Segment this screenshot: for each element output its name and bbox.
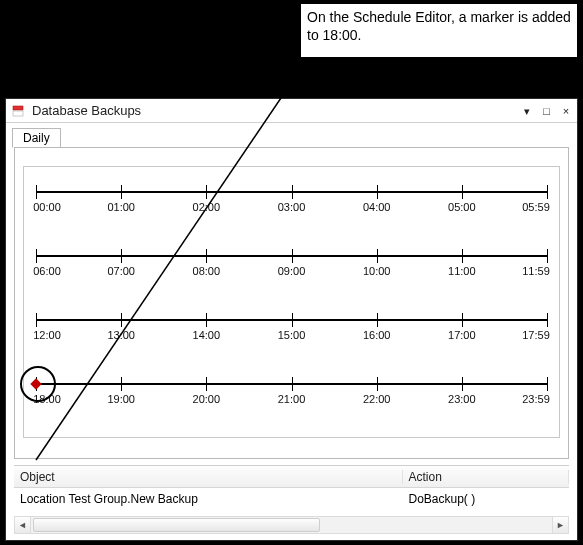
callout-box: On the Schedule Editor, a marker is adde… (300, 3, 578, 58)
tab-bar: Daily (6, 123, 577, 147)
maximize-button[interactable]: □ (540, 105, 554, 117)
timeline-tick-label: 23:00 (448, 393, 476, 405)
timeline-tick (547, 377, 548, 391)
timeline-tick (462, 249, 463, 263)
scroll-left-button[interactable]: ◄ (15, 517, 31, 533)
timeline-tick-label: 23:59 (522, 393, 550, 405)
schedule-marker[interactable] (30, 378, 41, 389)
timeline-tick (377, 377, 378, 391)
timeline-tick (36, 249, 37, 263)
timeline-tick (377, 313, 378, 327)
scroll-track[interactable] (31, 517, 552, 533)
timeline-tick-label: 04:00 (363, 201, 391, 213)
timeline-tick (121, 249, 122, 263)
timeline-row[interactable]: 12:0013:0014:0015:0016:0017:0017:59 (36, 311, 547, 347)
schedule-table: Object Action Location Test Group.New Ba… (14, 465, 569, 510)
timeline-tick (206, 185, 207, 199)
svg-rect-1 (13, 106, 23, 110)
timeline-tick (206, 249, 207, 263)
timeline-tick-label: 17:59 (522, 329, 550, 341)
timeline-row[interactable]: 06:0007:0008:0009:0010:0011:0011:59 (36, 247, 547, 283)
timeline-tick-label: 13:00 (107, 329, 135, 341)
timeline-tick-label: 20:00 (193, 393, 221, 405)
timeline-tick (547, 185, 548, 199)
schedule-editor-frame: 00:0001:0002:0003:0004:0005:0005:5906:00… (14, 147, 569, 459)
timeline-tick-label: 14:00 (193, 329, 221, 341)
timeline-tick-label: 19:00 (107, 393, 135, 405)
timeline-tick (36, 185, 37, 199)
timeline-tick (206, 313, 207, 327)
timeline-tick (36, 313, 37, 327)
timeline-tick (377, 249, 378, 263)
timeline-tick-label: 21:00 (278, 393, 306, 405)
timeline-tick-label: 16:00 (363, 329, 391, 341)
timeline-tick-label: 07:00 (107, 265, 135, 277)
timeline-tick-label: 05:00 (448, 201, 476, 213)
cell-object: Location Test Group.New Backup (14, 492, 403, 506)
timeline-tick-label: 11:59 (522, 265, 550, 277)
timeline-tick-label: 10:00 (363, 265, 391, 277)
timeline-tick (121, 185, 122, 199)
timeline-tick (121, 377, 122, 391)
timeline-tick-label: 11:00 (448, 265, 476, 277)
timeline-tick (462, 313, 463, 327)
schedule-editor-canvas[interactable]: 00:0001:0002:0003:0004:0005:0005:5906:00… (23, 166, 560, 438)
timeline-tick (292, 377, 293, 391)
timeline-tick (547, 313, 548, 327)
timeline-tick-label: 18:00 (33, 393, 61, 405)
timeline-tick (206, 377, 207, 391)
tab-label: Daily (23, 131, 50, 145)
callout-text: On the Schedule Editor, a marker is adde… (307, 9, 571, 43)
timeline-tick-label: 00:00 (33, 201, 61, 213)
app-icon (10, 103, 26, 119)
timeline-tick-label: 01:00 (107, 201, 135, 213)
timeline-tick-label: 12:00 (33, 329, 61, 341)
table-header-row: Object Action (14, 466, 569, 488)
table-row[interactable]: Location Test Group.New Backup DoBackup(… (14, 488, 569, 510)
svg-rect-2 (13, 111, 23, 116)
timeline-tick-label: 17:00 (448, 329, 476, 341)
scroll-thumb[interactable] (33, 518, 320, 532)
timeline-tick (121, 313, 122, 327)
timeline-tick (292, 313, 293, 327)
timeline-tick-label: 03:00 (278, 201, 306, 213)
timeline-tick-label: 06:00 (33, 265, 61, 277)
col-header-object[interactable]: Object (14, 470, 403, 484)
timeline-tick-label: 02:00 (193, 201, 221, 213)
timeline-tick-label: 15:00 (278, 329, 306, 341)
cell-action: DoBackup( ) (403, 492, 570, 506)
timeline-row[interactable]: 18:0019:0020:0021:0022:0023:0023:59 (36, 375, 547, 411)
timeline-tick (462, 185, 463, 199)
col-header-action[interactable]: Action (403, 470, 570, 484)
timeline-tick-label: 05:59 (522, 201, 550, 213)
timeline-tick (547, 249, 548, 263)
minimize-button[interactable]: ▾ (520, 105, 534, 118)
timeline-tick (292, 185, 293, 199)
close-button[interactable]: × (559, 105, 573, 117)
timeline-tick (377, 185, 378, 199)
timeline-tick (462, 377, 463, 391)
timeline-tick-label: 08:00 (193, 265, 221, 277)
timeline-tick-label: 09:00 (278, 265, 306, 277)
horizontal-scrollbar[interactable]: ◄ ► (14, 516, 569, 534)
timeline-row[interactable]: 00:0001:0002:0003:0004:0005:0005:59 (36, 183, 547, 219)
window-title: Database Backups (32, 103, 518, 118)
schedule-editor-window: Database Backups ▾ □ × Daily 00:0001:000… (5, 98, 578, 541)
scroll-right-button[interactable]: ► (552, 517, 568, 533)
timeline-tick (292, 249, 293, 263)
timeline-tick-label: 22:00 (363, 393, 391, 405)
tab-daily[interactable]: Daily (12, 128, 61, 148)
titlebar[interactable]: Database Backups ▾ □ × (6, 99, 577, 123)
